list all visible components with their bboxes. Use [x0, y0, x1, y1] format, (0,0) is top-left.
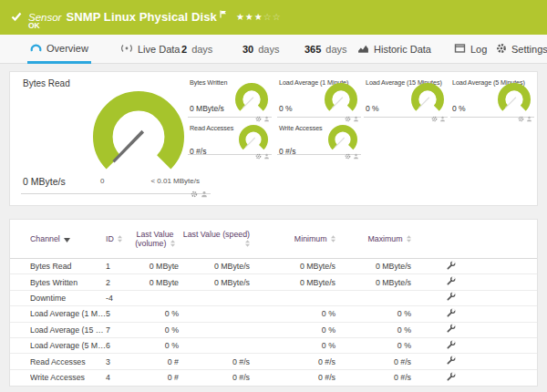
id-cell: 6 — [106, 341, 131, 350]
sort-desc-icon — [64, 235, 70, 244]
tab-label: Settings — [511, 44, 547, 55]
gauge-title: Read Accesses — [190, 124, 233, 132]
gauge-tab-icon — [30, 42, 42, 54]
channel-edit-icon[interactable] — [446, 308, 456, 320]
gauge-settings-icon[interactable] — [518, 109, 524, 126]
tab-unit: days — [325, 44, 346, 55]
sort-icon — [407, 235, 411, 244]
small-gauge-load-average-1min: Load Average (1 Minute) 0 % — [277, 77, 361, 121]
channel-edit-icon[interactable] — [446, 324, 456, 335]
channel-name-cell: Bytes Written — [30, 278, 106, 287]
small-gauge-write-accesses: Write Accesses 0 #/s — [277, 123, 361, 167]
gauge-user-icon[interactable] — [263, 147, 270, 163]
last-volume-cell: 0 MByte — [131, 278, 179, 287]
channel-edit-icon[interactable] — [446, 340, 456, 352]
last-volume-cell: 0 # — [131, 373, 179, 382]
minimum-cell: 0 MByte/s — [250, 278, 335, 287]
tab-historic-data[interactable]: Historic Data — [355, 35, 434, 64]
last-volume-cell: 0 % — [131, 341, 179, 350]
divider — [21, 193, 211, 194]
table-row: Load Average (15 Mi... 7 0 % 0 % 0 % — [10, 323, 537, 338]
small-gauge-load-average-15min: Load Average (15 Minutes) 0 % — [364, 77, 448, 121]
channel-edit-icon[interactable] — [446, 292, 456, 304]
gauge-value: 0 MByte/s — [190, 104, 224, 113]
main-gauge-value: 0 MByte/s — [23, 176, 66, 187]
tab-label: Live Data — [138, 44, 180, 55]
gauge-settings-icon[interactable] — [431, 109, 438, 126]
tab-label: Overview — [46, 43, 88, 54]
id-cell: 4 — [106, 373, 131, 382]
gauge-user-icon[interactable] — [201, 185, 208, 201]
id-cell: 1 — [106, 262, 131, 271]
channel-table: Channel ID Last Value (volume) Last Valu… — [9, 219, 538, 387]
live-data-icon — [120, 44, 133, 55]
gauge-value: 0 % — [279, 104, 293, 113]
id-cell: 7 — [106, 325, 131, 335]
main-gauge — [92, 90, 185, 187]
overview-panel: Bytes Read 0 MByte/s 0 < 0.01 MByte/s By… — [9, 71, 538, 206]
tab-settings[interactable]: Settings — [493, 35, 547, 64]
table-header-row: Channel ID Last Value (volume) Last Valu… — [10, 220, 537, 259]
table-row: Downtime -4 — [10, 291, 537, 306]
status-check-icon — [11, 9, 22, 26]
gauge-settings-icon[interactable] — [255, 147, 262, 163]
chart-icon — [357, 44, 369, 56]
last-speed-cell: 0 MByte/s — [179, 278, 250, 287]
last-volume-cell: 0 # — [131, 357, 179, 366]
column-header-last-value-volume[interactable]: Last Value (volume) — [131, 230, 179, 249]
minimum-cell: 0 #/s — [250, 373, 335, 382]
last-speed-cell: 0 #/s — [179, 373, 250, 382]
small-gauge-bytes-written: Bytes Written 0 MByte/s — [188, 77, 272, 121]
table-row: Load Average (1 Min... 5 0 % 0 % 0 % — [10, 306, 537, 322]
small-gauge-read-accesses: Read Accesses 0 #/s — [188, 123, 272, 167]
table-body: Bytes Read 1 0 MByte 0 MByte/s 0 MByte/s… — [10, 259, 537, 386]
tab-2-days[interactable]: 2 days — [179, 35, 215, 64]
column-header-id[interactable]: ID — [106, 234, 131, 244]
maximum-cell: 0 #/s — [335, 373, 411, 382]
sort-icon — [170, 240, 175, 249]
column-label: Channel — [30, 234, 60, 243]
tab-log[interactable]: Log — [451, 35, 490, 64]
gauge-user-icon[interactable] — [439, 109, 446, 126]
main-gauge-title: Bytes Read — [23, 78, 70, 88]
stars-empty[interactable]: ☆☆ — [263, 12, 282, 22]
gauge-settings-icon[interactable] — [191, 185, 198, 201]
sensor-status-text: OK — [28, 21, 40, 30]
gauge-title: Write Accesses — [279, 124, 323, 132]
gauge-value: 0 % — [366, 104, 379, 113]
stars-filled[interactable]: ★★★ — [236, 12, 263, 22]
channel-edit-icon[interactable] — [446, 276, 456, 288]
channel-name-cell: Load Average (1 Min... — [30, 309, 106, 318]
table-row: Read Accesses 3 0 # 0 #/s 0 #/s 0 #/s — [10, 354, 537, 369]
tab-number: 30 — [243, 44, 253, 55]
maximum-cell: 0 % — [335, 309, 411, 318]
last-volume-cell: 0 MByte — [131, 262, 179, 271]
gauge-scale-max: < 0.01 MByte/s — [130, 177, 200, 185]
tab-overview[interactable]: Overview — [27, 35, 91, 64]
gauge-needle — [112, 130, 144, 163]
column-label: Maximum — [367, 234, 402, 243]
channel-name-cell: Read Accesses — [30, 357, 106, 366]
tab-live-data[interactable]: Live Data — [118, 35, 182, 64]
maximum-cell: 0 MByte/s — [335, 278, 411, 287]
id-cell: -4 — [106, 294, 131, 303]
star-rating[interactable]: ★★★☆☆ — [236, 12, 282, 22]
gauge-user-icon[interactable] — [353, 147, 359, 163]
column-header-last-value-speed[interactable]: Last Value (speed) — [179, 230, 250, 249]
tab-30-days[interactable]: 30 days — [240, 35, 283, 64]
column-header-channel[interactable]: Channel — [30, 234, 106, 244]
column-label: Last Value (volume) — [135, 230, 173, 248]
gauge-user-icon[interactable] — [526, 109, 532, 126]
channel-edit-icon[interactable] — [446, 372, 456, 384]
channel-edit-icon[interactable] — [446, 356, 456, 367]
tab-365-days[interactable]: 365 days — [302, 35, 350, 64]
channel-name-cell: Downtime — [30, 294, 106, 303]
column-label: Last Value (speed) — [183, 230, 250, 239]
column-header-minimum[interactable]: Minimum — [250, 234, 335, 244]
gauge-scale-min: 0 — [100, 177, 104, 185]
column-header-maximum[interactable]: Maximum — [335, 234, 411, 244]
channel-edit-icon[interactable] — [446, 261, 456, 273]
channel-name-cell: Bytes Read — [30, 262, 106, 271]
flag-icon[interactable] — [220, 5, 227, 22]
gauge-settings-icon[interactable] — [345, 147, 351, 163]
